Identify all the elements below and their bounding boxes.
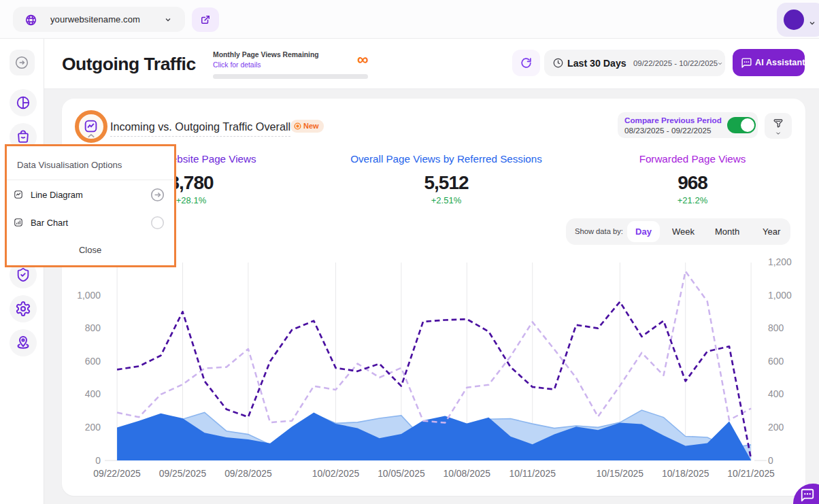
svg-text:10/18/2025: 10/18/2025	[662, 468, 709, 479]
svg-text:1,200: 1,200	[768, 256, 792, 267]
svg-text:1,000: 1,000	[77, 290, 101, 301]
svg-text:09/25/2025: 09/25/2025	[159, 468, 207, 479]
svg-text:600: 600	[768, 356, 784, 367]
svg-text:600: 600	[85, 356, 101, 367]
svg-text:200: 200	[768, 422, 784, 433]
svg-text:0: 0	[95, 455, 101, 466]
svg-text:10/02/2025: 10/02/2025	[312, 468, 360, 479]
svg-text:10/15/2025: 10/15/2025	[597, 468, 644, 479]
svg-text:400: 400	[768, 388, 784, 399]
svg-text:09/22/2025: 09/22/2025	[93, 468, 141, 479]
svg-text:1,000: 1,000	[768, 290, 792, 301]
svg-text:10/08/2025: 10/08/2025	[444, 468, 491, 479]
svg-text:800: 800	[85, 322, 101, 333]
svg-text:800: 800	[768, 322, 784, 333]
svg-text:09/28/2025: 09/28/2025	[224, 468, 272, 479]
svg-text:400: 400	[85, 388, 101, 399]
svg-text:200: 200	[85, 422, 101, 433]
svg-text:10/11/2025: 10/11/2025	[509, 468, 556, 479]
svg-text:0: 0	[768, 455, 773, 466]
svg-text:10/21/2025: 10/21/2025	[727, 468, 775, 479]
svg-text:10/05/2025: 10/05/2025	[378, 468, 425, 479]
